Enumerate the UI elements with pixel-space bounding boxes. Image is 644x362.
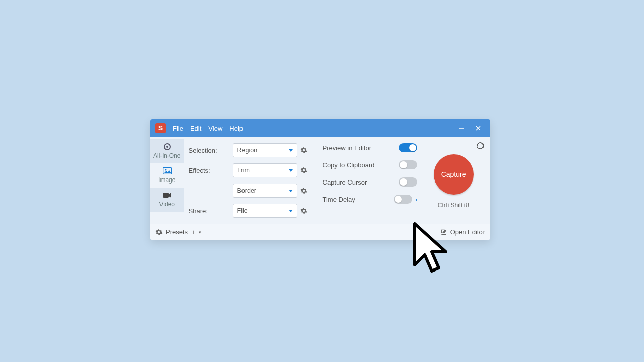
edit-icon: [440, 229, 447, 236]
chevron-down-icon: [289, 169, 293, 172]
menu-file[interactable]: File: [173, 125, 183, 132]
capture-type-tabs: All-in-One Image Video: [150, 137, 184, 224]
settings-panel: Selection: Region Effects: Trim: [184, 137, 318, 224]
gear-icon[interactable]: [300, 167, 307, 174]
selection-label: Selection:: [189, 147, 233, 154]
share-dropdown[interactable]: File: [233, 204, 297, 218]
dropdown-value: Region: [237, 147, 258, 154]
effects-label: Effects:: [189, 167, 233, 174]
open-editor-button[interactable]: Open Editor: [440, 228, 485, 236]
capture-window: S File Edit View Help All-in-One Image: [150, 119, 490, 240]
tab-label: Video: [159, 201, 175, 208]
preview-toggle[interactable]: [399, 143, 417, 152]
window-body: All-in-One Image Video Selection: Region: [150, 137, 490, 224]
close-button[interactable]: [470, 119, 487, 137]
options-panel: Preview in Editor Copy to Clipboard Capt…: [318, 137, 418, 224]
selection-dropdown[interactable]: Region: [233, 143, 297, 157]
chevron-down-icon: [289, 210, 293, 212]
presets-label: Presets: [166, 228, 188, 236]
cursor-label: Capture Cursor: [323, 178, 367, 186]
tab-label: All-in-One: [153, 152, 180, 159]
dropdown-value: File: [237, 207, 248, 214]
tab-all-in-one[interactable]: All-in-One: [150, 139, 184, 163]
effect1-dropdown[interactable]: Trim: [233, 163, 297, 177]
footer: Presets + ▾ Open Editor: [150, 224, 490, 240]
svg-rect-5: [163, 193, 169, 198]
tab-label: Image: [158, 176, 175, 184]
minimize-button[interactable]: [453, 119, 470, 137]
add-preset-button[interactable]: + ▾: [192, 228, 201, 236]
undo-icon[interactable]: [476, 141, 485, 153]
effect2-dropdown[interactable]: Border: [233, 184, 297, 198]
gear-icon[interactable]: [300, 187, 307, 194]
delay-toggle[interactable]: [394, 195, 412, 204]
chevron-down-icon: [289, 190, 293, 192]
app-icon: S: [155, 123, 166, 133]
clipboard-label: Copy to Clipboard: [323, 161, 375, 169]
capture-shortcut: Ctrl+Shift+8: [438, 202, 469, 209]
tab-image[interactable]: Image: [150, 163, 184, 188]
video-icon: [163, 192, 172, 199]
cursor-toggle[interactable]: [399, 177, 417, 187]
share-label: Share:: [189, 207, 233, 215]
gear-icon: [155, 229, 163, 236]
titlebar: S File Edit View Help: [150, 119, 490, 137]
gear-icon[interactable]: [300, 147, 307, 154]
target-icon: [163, 143, 172, 150]
menu-view[interactable]: View: [208, 125, 222, 132]
menu-edit[interactable]: Edit: [190, 125, 201, 132]
tab-video[interactable]: Video: [150, 188, 184, 212]
capture-button[interactable]: Capture: [434, 154, 474, 195]
clipboard-toggle[interactable]: [399, 160, 417, 169]
menu-help[interactable]: Help: [229, 125, 243, 132]
dropdown-value: Border: [237, 187, 257, 194]
capture-panel: Capture Ctrl+Shift+8: [417, 137, 490, 224]
capture-label: Capture: [441, 170, 466, 178]
preview-label: Preview in Editor: [323, 144, 372, 152]
dropdown-value: Trim: [237, 167, 250, 174]
presets-button[interactable]: Presets: [155, 228, 188, 236]
svg-point-4: [165, 169, 166, 171]
chevron-down-icon: [289, 149, 293, 152]
gear-icon[interactable]: [300, 207, 307, 214]
image-icon: [163, 167, 172, 174]
delay-label: Time Delay: [323, 196, 355, 203]
open-editor-label: Open Editor: [450, 228, 485, 236]
